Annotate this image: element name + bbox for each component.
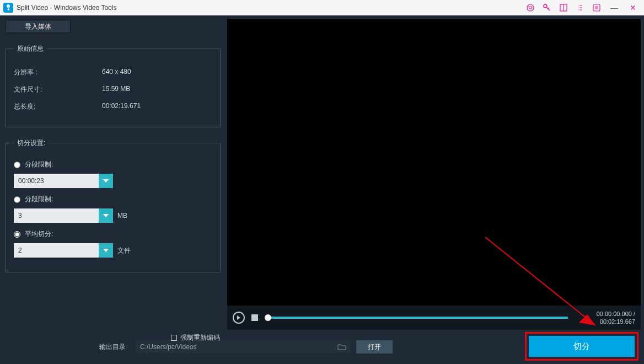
split-legend: 切分设置: — [14, 138, 49, 148]
limit-size-radio[interactable] — [14, 196, 20, 203]
seek-knob[interactable] — [265, 314, 271, 321]
force-reencode-checkbox[interactable] — [171, 335, 177, 341]
chevron-down-icon[interactable] — [99, 243, 113, 258]
limit-size-value: 3 — [14, 208, 99, 223]
resolution-label: 分辨率 : — [14, 68, 102, 77]
app-icon — [3, 3, 13, 13]
split-settings-group: 切分设置: 分段限制: 00:00:23 分段限制: 3 MB 平均切分: 2 — [6, 138, 221, 272]
output-path-value: C:/Users/pc/Videos — [140, 343, 337, 351]
duration-label: 总长度: — [14, 102, 102, 111]
limit-time-value: 00:00:23 — [14, 174, 99, 188]
stop-button[interactable] — [251, 314, 258, 321]
duration-value: 00:02:19.671 — [102, 102, 141, 111]
highlight-annotation: 切分 — [525, 332, 638, 361]
average-split-radio[interactable] — [14, 231, 20, 238]
settings-icon[interactable] — [576, 3, 584, 12]
avg-unit: 文件 — [117, 246, 131, 255]
chevron-down-icon[interactable] — [99, 174, 113, 188]
limit-time-label: 分段限制: — [25, 160, 53, 169]
chevron-down-icon[interactable] — [99, 208, 113, 223]
average-split-label: 平均切分: — [25, 229, 53, 239]
time-display: 00:00:00.000 / 00:02:19.667 — [580, 310, 635, 325]
folder-icon[interactable] — [337, 342, 346, 351]
key-icon[interactable] — [543, 3, 551, 12]
open-button[interactable]: 打开 — [356, 340, 393, 354]
layout-icon[interactable] — [559, 3, 568, 12]
force-reencode-label: 强制重新编码 — [180, 333, 220, 342]
average-split-value: 2 — [14, 243, 99, 258]
limit-size-label: 分段限制: — [25, 195, 53, 204]
cart-icon[interactable] — [526, 3, 535, 12]
split-button[interactable]: 切分 — [529, 336, 635, 357]
output-path-field[interactable]: C:/Users/pc/Videos — [136, 340, 351, 354]
bottom-bar: 强制重新编码 输出目录 C:/Users/pc/Videos 打开 切分 — [0, 330, 644, 364]
info-legend: 原始信息 — [14, 44, 47, 53]
import-media-button[interactable]: 导入媒体 — [6, 20, 71, 33]
size-unit: MB — [117, 212, 127, 220]
window-title: Split Video - Windows Video Tools — [17, 4, 116, 12]
svg-point-0 — [527, 4, 534, 11]
filesize-label: 文件尺寸: — [14, 85, 102, 94]
average-split-combo[interactable]: 2 — [14, 243, 113, 258]
left-panel: 导入媒体 原始信息 分辨率 :640 x 480 文件尺寸:15.59 MB 总… — [0, 15, 226, 330]
close-button[interactable]: ✕ — [627, 3, 638, 12]
minimize-button[interactable]: — — [609, 3, 620, 12]
filesize-value: 15.59 MB — [102, 85, 130, 94]
limit-time-combo[interactable]: 00:00:23 — [14, 174, 113, 188]
video-preview — [227, 19, 641, 306]
limit-size-combo[interactable]: 3 — [14, 208, 113, 223]
original-info-group: 原始信息 分辨率 :640 x 480 文件尺寸:15.59 MB 总长度:00… — [6, 44, 221, 127]
seek-slider[interactable] — [265, 317, 568, 319]
resolution-value: 640 x 480 — [102, 68, 131, 77]
limit-time-radio[interactable] — [14, 162, 20, 168]
right-panel: 00:00:00.000 / 00:02:19.667 — [226, 15, 644, 330]
player-controls: 00:00:00.000 / 00:02:19.667 — [227, 306, 641, 330]
titlebar: Split Video - Windows Video Tools — ✕ — [0, 0, 644, 15]
play-button[interactable] — [233, 312, 245, 324]
menu-icon[interactable] — [592, 3, 601, 12]
output-dir-label: 输出目录 — [99, 342, 126, 352]
